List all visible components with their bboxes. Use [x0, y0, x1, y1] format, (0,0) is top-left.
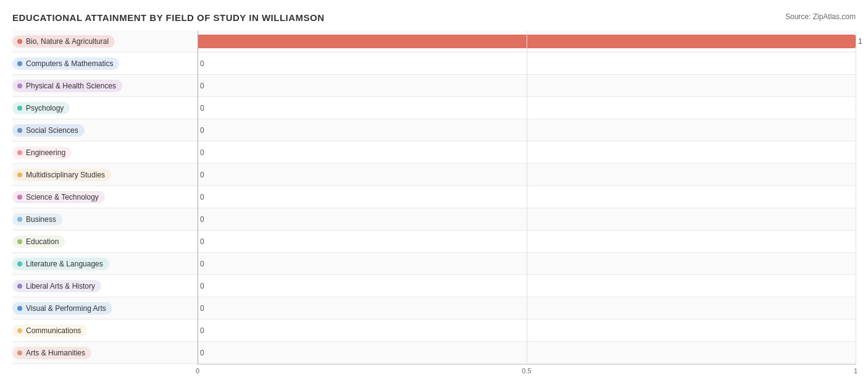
- bar-row: Liberal Arts & History0: [12, 275, 856, 297]
- bar-label: Social Sciences: [26, 126, 78, 135]
- bar-pill-dot: [17, 172, 22, 177]
- bar-label: Bio, Nature & Agricultural: [26, 37, 109, 46]
- bar-label: Education: [26, 237, 59, 246]
- bar-pill: Psychology: [12, 102, 70, 114]
- bar-pill-dot: [17, 128, 22, 133]
- bar-value-area: 0: [198, 119, 856, 142]
- bar-label-area: Education: [12, 235, 198, 248]
- bar-value-area: 0: [198, 75, 856, 97]
- bar-pill: Multidisciplinary Studies: [12, 169, 111, 181]
- bar-label: Physical & Health Sciences: [26, 82, 116, 90]
- bar-fill: [198, 35, 856, 48]
- bar-value-label: 0: [200, 171, 204, 179]
- x-axis-tick: 1: [854, 367, 858, 375]
- bar-value-area: 0: [198, 142, 856, 164]
- bar-pill-dot: [17, 306, 22, 311]
- bar-pill-dot: [17, 350, 22, 355]
- bar-label-area: Science & Technology: [12, 191, 198, 203]
- bar-value-label: 0: [200, 215, 204, 224]
- bar-label: Science & Technology: [26, 193, 99, 201]
- bar-value-area: 0: [198, 297, 856, 320]
- bar-label: Multidisciplinary Studies: [26, 171, 105, 179]
- bar-value-area: 0: [198, 253, 856, 275]
- bar-label: Psychology: [26, 104, 64, 112]
- bar-value-label: 0: [200, 148, 204, 157]
- bar-pill: Science & Technology: [12, 191, 105, 203]
- bar-value-area: 0: [198, 97, 856, 119]
- bar-label-area: Engineering: [12, 146, 198, 159]
- bar-label-area: Social Sciences: [12, 124, 198, 137]
- bar-label-area: Literature & Languages: [12, 258, 198, 270]
- bar-value-label: 0: [200, 260, 204, 268]
- chart-area: Bio, Nature & Agricultural1Computers & M…: [12, 30, 856, 364]
- x-axis: 00.51: [198, 364, 856, 376]
- bar-value-area: 0: [198, 186, 856, 208]
- bar-value-label: 0: [200, 282, 204, 290]
- bar-label-area: Psychology: [12, 102, 198, 114]
- bar-value-area: 0: [198, 53, 856, 75]
- bar-value-label: 0: [200, 82, 204, 90]
- bar-value-area: 0: [198, 164, 856, 186]
- bar-pill: Education: [12, 235, 65, 248]
- bar-pill-dot: [17, 217, 22, 222]
- bar-value-area: 0: [198, 231, 856, 253]
- bar-label: Literature & Languages: [26, 260, 103, 268]
- bar-value-label: 0: [200, 326, 204, 335]
- bar-label-area: Multidisciplinary Studies: [12, 169, 198, 181]
- bar-row: Business0: [12, 208, 856, 231]
- bar-label-area: Arts & Humanities: [12, 347, 198, 359]
- bar-label: Visual & Performing Arts: [26, 304, 106, 313]
- x-gridline: [856, 31, 856, 365]
- bar-label: Business: [26, 215, 56, 224]
- bar-label: Arts & Humanities: [26, 349, 85, 357]
- bar-row: Education0: [12, 231, 856, 253]
- bar-value-label: 0: [200, 349, 204, 357]
- bar-row: Science & Technology0: [12, 186, 856, 208]
- bar-pill: Social Sciences: [12, 124, 85, 137]
- x-axis-tick: 0.5: [522, 367, 531, 375]
- bar-row: Physical & Health Sciences0: [12, 75, 856, 97]
- bar-label-area: Business: [12, 213, 198, 226]
- bar-pill-dot: [17, 150, 22, 155]
- bar-label: Computers & Mathematics: [26, 59, 113, 68]
- bar-label-area: Computers & Mathematics: [12, 57, 198, 70]
- bar-label-area: Communications: [12, 324, 198, 337]
- bar-pill-dot: [17, 61, 22, 66]
- bar-value-area: 1: [198, 30, 856, 53]
- bar-pill: Bio, Nature & Agricultural: [12, 35, 115, 48]
- bar-row: Communications0: [12, 320, 856, 342]
- bar-row: Psychology0: [12, 97, 856, 119]
- chart-title: EDUCATIONAL ATTAINMENT BY FIELD OF STUDY…: [12, 12, 325, 23]
- bar-label: Communications: [26, 326, 81, 335]
- bar-value-label: 0: [200, 304, 204, 313]
- bar-row: Bio, Nature & Agricultural1: [12, 30, 856, 53]
- bar-pill-dot: [17, 284, 22, 289]
- bar-row: Computers & Mathematics0: [12, 53, 856, 75]
- bar-label-area: Visual & Performing Arts: [12, 302, 198, 315]
- bar-value-area: 0: [198, 342, 856, 364]
- bar-row: Literature & Languages0: [12, 253, 856, 275]
- bar-pill-dot: [17, 328, 22, 333]
- chart-container: EDUCATIONAL ATTAINMENT BY FIELD OF STUDY…: [0, 6, 868, 390]
- bar-row: Social Sciences0: [12, 119, 856, 142]
- bar-value-label: 1: [858, 37, 862, 46]
- bar-value-area: 0: [198, 208, 856, 231]
- bar-row: Visual & Performing Arts0: [12, 297, 856, 320]
- bar-label-area: Liberal Arts & History: [12, 280, 198, 292]
- bar-pill: Business: [12, 213, 62, 226]
- bar-value-label: 0: [200, 193, 204, 201]
- bar-row: Engineering0: [12, 142, 856, 164]
- bar-pill: Visual & Performing Arts: [12, 302, 112, 315]
- bar-value-area: 0: [198, 320, 856, 342]
- bar-value-area: 0: [198, 275, 856, 297]
- chart-header: EDUCATIONAL ATTAINMENT BY FIELD OF STUDY…: [12, 12, 856, 23]
- bar-pill-dot: [17, 239, 22, 244]
- bar-pill-dot: [17, 83, 22, 88]
- bar-pill: Engineering: [12, 146, 72, 159]
- bar-pill-dot: [17, 195, 22, 200]
- bar-value-label: 0: [200, 59, 204, 68]
- bar-pill: Literature & Languages: [12, 258, 109, 270]
- bar-pill-dot: [17, 39, 22, 44]
- bar-pill: Liberal Arts & History: [12, 280, 101, 292]
- bar-label: Engineering: [26, 148, 65, 157]
